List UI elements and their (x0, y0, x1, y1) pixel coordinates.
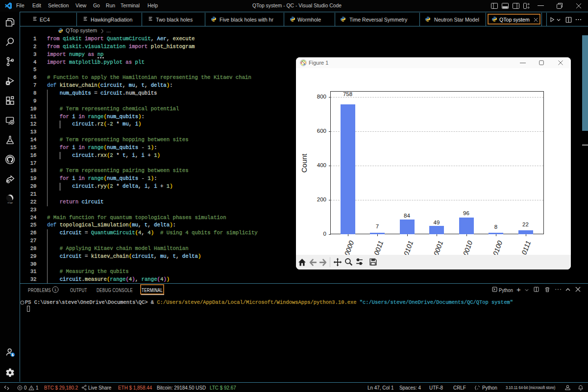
svg-text:1: 1 (12, 352, 14, 356)
svg-text:sCrypt: sCrypt (7, 201, 13, 203)
svg-text:1: 1 (54, 288, 57, 292)
